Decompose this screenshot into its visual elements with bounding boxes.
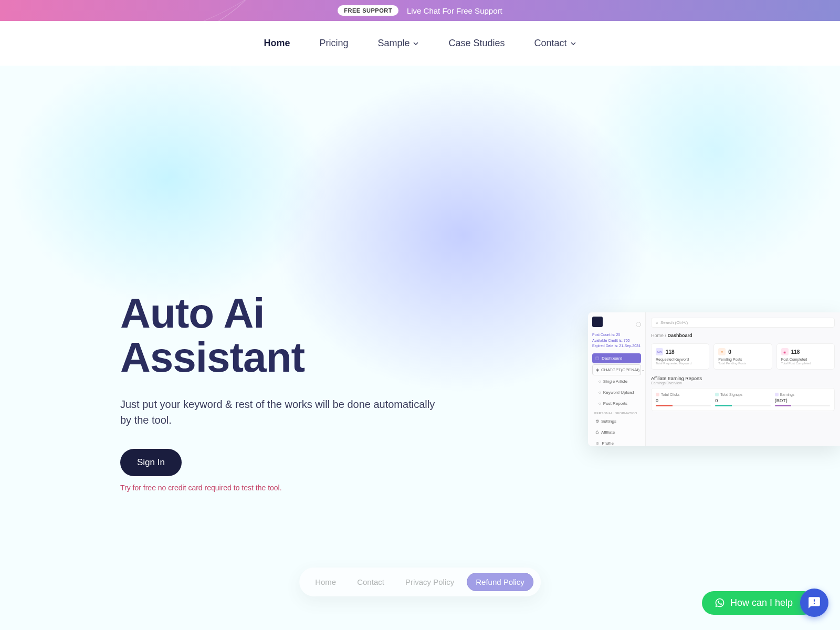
mock-sidebar-post-reports: ○ Post Reports — [592, 398, 641, 408]
hero-title: Auto Ai Assistant — [120, 291, 446, 380]
chat-bubble-button[interactable] — [800, 589, 828, 617]
mock-account-info: Post Count is: 25 Available Credit is: 7… — [592, 332, 641, 349]
completed-icon: ◉ — [781, 348, 789, 355]
progress-bar — [656, 405, 711, 406]
mock-report-signups: Total Signups 0 — [715, 393, 770, 406]
footer-nav-home[interactable]: Home — [307, 573, 344, 591]
nav-home[interactable]: Home — [264, 38, 290, 49]
dot-icon — [775, 393, 779, 396]
chat-icon — [807, 596, 821, 610]
mock-cards: KW118 Requested Keyword Total Requested … — [651, 343, 835, 370]
dot-icon — [715, 393, 719, 396]
mock-header: ⌕Search (Ctrl+/) — [651, 318, 835, 328]
whatsapp-help-button[interactable]: How can I help — [702, 591, 816, 615]
footer-nav-contact[interactable]: Contact — [349, 573, 393, 591]
mock-sidebar-chatgpt: ◈ CHATGPT(OPENAI) ⌄ — [592, 364, 641, 375]
mock-sidebar-keyword-upload: ○ Keyword Upload — [592, 387, 641, 397]
mock-sidebar-header: PERSONAL INFORMATION — [594, 412, 641, 415]
progress-bar — [775, 405, 830, 406]
dot-icon — [656, 393, 659, 396]
footer-nav-privacy[interactable]: Privacy Policy — [397, 573, 463, 591]
mock-breadcrumb: Home / Dashboard — [651, 333, 835, 338]
mock-logo — [592, 317, 603, 327]
dashboard-preview-image: Post Count is: 25 Available Credit is: 7… — [588, 312, 840, 446]
hero-section: Auto Ai Assistant Just put your keyword … — [0, 66, 840, 630]
help-widget: How can I help — [702, 589, 828, 617]
nav-sample[interactable]: Sample — [377, 38, 419, 49]
chevron-down-icon: ⌄ — [642, 368, 645, 372]
main-nav: Home Pricing Sample Case Studies Contact — [0, 21, 840, 66]
free-support-badge: FREE SUPPORT — [338, 5, 398, 16]
mock-report-row: Total Clicks 0 Total Signups 0 Earnings … — [651, 388, 835, 411]
nav-contact[interactable]: Contact — [534, 38, 576, 49]
footer-nav-refund[interactable]: Refund Policy — [467, 573, 533, 591]
mock-card-requested: KW118 Requested Keyword Total Requested … — [651, 343, 709, 370]
footer-nav: Home Contact Privacy Policy Refund Polic… — [299, 568, 541, 596]
progress-bar — [715, 405, 770, 406]
search-icon: ⌕ — [656, 320, 658, 325]
mock-card-pending: ●0 Pending Posts Total Pending Posts — [713, 343, 772, 370]
mock-report-clicks: Total Clicks 0 — [656, 393, 711, 406]
chevron-down-icon — [413, 40, 419, 47]
mock-sidebar-single-article: ○ Single Article — [592, 376, 641, 386]
hero-subtitle: Just put your keyword & rest of the work… — [120, 396, 446, 428]
mock-sidebar-affiliate: ♺ Affiliate — [592, 427, 641, 437]
gear-icon — [636, 322, 641, 327]
hero-content: Auto Ai Assistant Just put your keyword … — [120, 291, 446, 492]
mock-report-earnings: Earnings (BDT) — [775, 393, 830, 406]
mock-reports-subtitle: Earnings Overview — [651, 381, 835, 385]
mock-card-completed: ◉118 Post Completed Total Post Completed — [776, 343, 835, 370]
chevron-down-icon — [570, 40, 576, 47]
mock-main: ⌕Search (Ctrl+/) Home / Dashboard KW118 … — [646, 312, 840, 446]
mock-sidebar-profile: ☺ Profile — [592, 438, 641, 447]
nav-case-studies[interactable]: Case Studies — [448, 38, 505, 49]
trial-note: Try for free no credit card required to … — [120, 484, 446, 492]
mock-sidebar-dashboard: ⬚ Dashboard — [592, 353, 641, 363]
mock-sidebar-settings: ⚙ Settings — [592, 416, 641, 426]
pending-icon: ● — [718, 348, 726, 355]
banner-text[interactable]: Live Chat For Free Support — [407, 6, 502, 15]
keyword-icon: KW — [656, 348, 663, 355]
whatsapp-icon — [715, 597, 725, 608]
nav-pricing[interactable]: Pricing — [319, 38, 348, 49]
mock-sidebar: Post Count is: 25 Available Credit is: 7… — [588, 312, 646, 446]
mock-reports-title: Affiliate Earning Reports — [651, 376, 835, 381]
sign-in-button[interactable]: Sign In — [120, 449, 182, 476]
mock-search: ⌕Search (Ctrl+/) — [651, 318, 835, 328]
help-text: How can I help — [730, 597, 793, 608]
top-banner: FREE SUPPORT Live Chat For Free Support — [0, 0, 840, 21]
